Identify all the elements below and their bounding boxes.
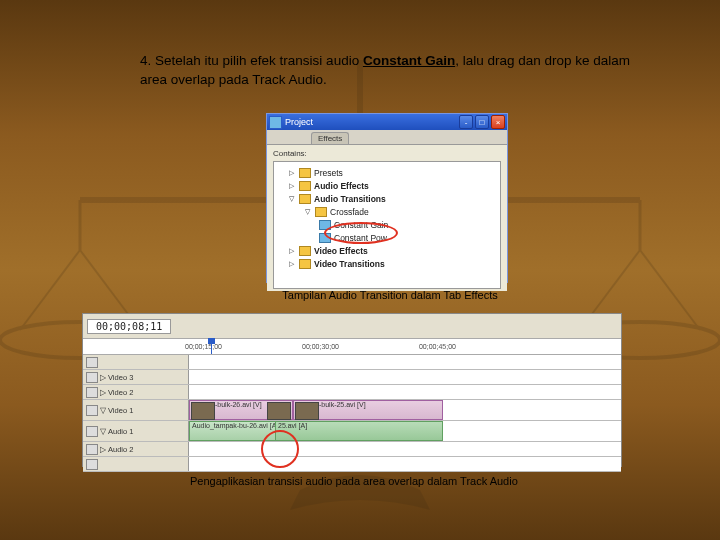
caption-2: Pengaplikasian transisi audio pada area …	[190, 475, 518, 487]
track-header[interactable]	[83, 457, 189, 471]
tree-item[interactable]: ▷Video Effects	[277, 244, 497, 257]
tab-effects[interactable]: Effects	[311, 132, 349, 144]
clip-thumbnail	[191, 402, 215, 420]
screenshot-timeline: 00;00;08;11 00;00;15;0000;00;30;0000;00;…	[82, 313, 622, 467]
tree-item[interactable]: ▷Presets	[277, 166, 497, 179]
highlight-ellipse	[324, 222, 398, 244]
window-title: Project	[285, 117, 313, 127]
maximize-icon[interactable]: □	[475, 115, 489, 129]
track-header[interactable]: ▷Video 3	[83, 370, 189, 384]
screenshot-effects-panel: Project - □ × Effects Contains: ▷Presets…	[266, 113, 508, 283]
timeline-ruler[interactable]: 00;00;15;0000;00;30;0000;00;45;00	[83, 339, 621, 355]
close-icon[interactable]: ×	[491, 115, 505, 129]
timecode-display: 00;00;08;11	[87, 319, 171, 334]
audio-clip[interactable]: 25.avi [A]	[275, 421, 443, 441]
caption-1: Tampilan Audio Transition dalam Tab Effe…	[250, 289, 530, 301]
minimize-icon[interactable]: -	[459, 115, 473, 129]
tree-item[interactable]: ▷Video Transitions	[277, 257, 497, 270]
instruction-text: 4. Setelah itu pilih efek transisi audio…	[140, 52, 640, 90]
track-header[interactable]: ▷Video 2	[83, 385, 189, 399]
highlight-circle	[261, 430, 299, 468]
clip-thumbnail	[295, 402, 319, 420]
tree-item[interactable]: ▽Crossfade	[277, 205, 497, 218]
svg-line-5	[20, 250, 80, 330]
track-header[interactable]: ▷Audio 2	[83, 442, 189, 456]
playhead-icon[interactable]	[211, 339, 212, 354]
track-header[interactable]: ▽Video 1	[83, 400, 189, 420]
app-icon	[269, 116, 282, 129]
track-header[interactable]: ▽Audio 1	[83, 421, 189, 441]
tree-item[interactable]: ▷Audio Effects	[277, 179, 497, 192]
effects-tree: ▷Presets ▷Audio Effects ▽Audio Transitio…	[273, 161, 501, 289]
track-header[interactable]	[83, 355, 189, 369]
svg-line-9	[640, 250, 700, 330]
window-titlebar: Project - □ ×	[267, 114, 507, 130]
tree-item[interactable]: ▽Audio Transitions	[277, 192, 497, 205]
clip-thumbnail	[267, 402, 291, 420]
contains-label: Contains:	[273, 149, 501, 158]
panel-tabs: Effects	[267, 130, 507, 145]
